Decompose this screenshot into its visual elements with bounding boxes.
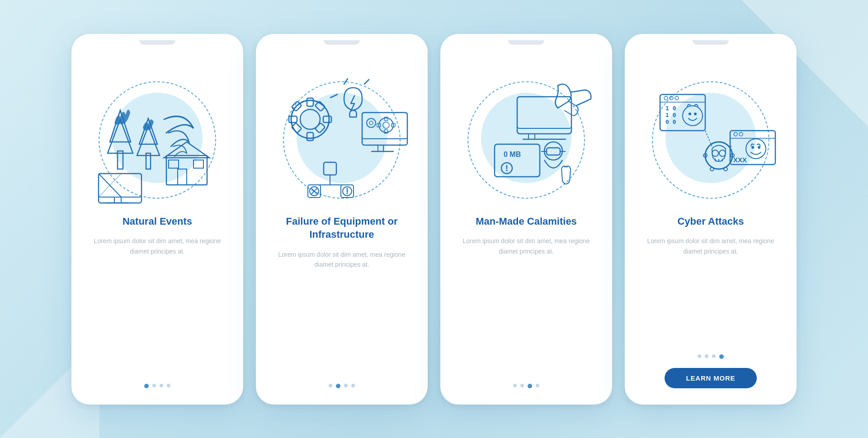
svg-point-75 [694, 113, 697, 115]
natural-events-body: Lorem ipsum dolor sit dim amet, mea regi… [86, 236, 229, 372]
svg-rect-28 [362, 113, 407, 139]
svg-point-68 [670, 96, 673, 100]
phone-notch-4 [693, 40, 729, 45]
svg-rect-53 [528, 134, 535, 139]
svg-point-74 [689, 113, 691, 115]
dot-3 [160, 384, 163, 387]
failure-equipment-body: Lorem ipsum dolor sit dim amet, mea regi… [270, 250, 413, 373]
svg-point-38 [369, 121, 373, 125]
man-made-svg: 0 MB [449, 58, 603, 207]
dot-4 [167, 384, 170, 387]
svg-point-67 [664, 96, 668, 100]
illustration-failure-equipment [256, 54, 428, 207]
illustration-natural-events [71, 54, 243, 207]
cyber-attacks-dots [698, 354, 724, 359]
svg-point-49 [347, 193, 348, 194]
dot-4 [536, 384, 539, 387]
svg-rect-20 [307, 132, 313, 141]
dot-3 [528, 384, 532, 388]
svg-point-88 [734, 132, 737, 136]
dot-2 [705, 354, 708, 358]
dot-4 [351, 384, 355, 387]
svg-rect-61 [547, 148, 560, 155]
svg-rect-11 [99, 174, 142, 203]
svg-rect-55 [495, 144, 540, 177]
svg-point-90 [746, 139, 766, 159]
svg-text:0  0: 0 0 [665, 118, 676, 125]
svg-point-69 [675, 96, 679, 100]
svg-point-77 [712, 150, 718, 156]
svg-point-91 [751, 146, 754, 149]
failure-equipment-svg [265, 58, 419, 207]
natural-events-title: Natural Events [123, 215, 192, 228]
svg-point-32 [383, 122, 389, 128]
svg-rect-9 [169, 160, 179, 168]
man-made-title: Man-Made Calamities [476, 215, 577, 228]
svg-point-31 [379, 118, 393, 132]
svg-rect-15 [114, 197, 121, 203]
svg-rect-19 [307, 98, 313, 106]
illustration-cyber-attacks: 1 0 1 0 0 0 [625, 54, 797, 207]
card-cyber-attacks: 1 0 1 0 0 0 [625, 34, 797, 405]
cyber-attacks-svg: 1 0 1 0 0 0 [634, 58, 788, 207]
svg-point-89 [739, 132, 743, 136]
man-made-dots [513, 384, 539, 388]
dot-1 [144, 384, 149, 388]
dot-3 [712, 354, 716, 358]
svg-text:1  0: 1 0 [665, 105, 676, 112]
natural-events-dots [144, 384, 170, 388]
man-made-body: Lorem ipsum dolor sit dim amet, mea regi… [455, 236, 598, 372]
dot-2 [520, 384, 524, 387]
svg-rect-39 [324, 162, 336, 175]
svg-point-37 [367, 118, 376, 127]
failure-equipment-title: Failure of Equipment or Infrastructure [267, 215, 417, 241]
dot-3 [344, 384, 348, 387]
svg-rect-22 [323, 116, 331, 122]
dot-1 [329, 384, 332, 387]
svg-point-76 [705, 142, 732, 169]
svg-marker-5 [139, 118, 157, 144]
card-failure-equipment: Failure of Equipment or Infrastructure L… [256, 34, 428, 405]
svg-text:1  0: 1 0 [665, 112, 676, 118]
dot-2 [152, 384, 156, 387]
svg-rect-52 [517, 97, 571, 128]
natural-events-svg [80, 58, 234, 207]
svg-point-92 [758, 146, 760, 149]
svg-point-78 [719, 150, 726, 156]
cyber-attacks-title: Cyber Attacks [677, 215, 744, 228]
svg-text:0 MB: 0 MB [504, 151, 521, 158]
svg-point-59 [506, 170, 508, 171]
phone-notch-1 [139, 40, 175, 45]
dot-2 [336, 384, 340, 388]
svg-rect-21 [289, 116, 297, 122]
svg-rect-29 [378, 145, 383, 151]
cards-container: Natural Events Lorem ipsum dolor sit dim… [53, 16, 815, 423]
phone-notch-2 [324, 40, 360, 45]
card-natural-events: Natural Events Lorem ipsum dolor sit dim… [71, 34, 243, 405]
cyber-attacks-body: Lorem ipsum dolor sit dim amet, mea regi… [639, 236, 782, 343]
illustration-man-made: 0 MB [440, 54, 612, 207]
learn-more-button[interactable]: LEARN MORE [665, 368, 757, 388]
dot-1 [698, 354, 701, 358]
svg-rect-10 [193, 160, 203, 168]
dot-4 [719, 354, 724, 359]
failure-equipment-dots [329, 384, 355, 388]
svg-point-73 [683, 106, 703, 126]
dot-1 [513, 384, 517, 387]
svg-text:XXX: XXX [733, 156, 747, 164]
card-man-made: 0 MB Man-M [440, 34, 612, 405]
svg-rect-8 [178, 169, 187, 185]
svg-rect-26 [315, 122, 326, 133]
svg-rect-12 [99, 174, 142, 197]
phone-notch-3 [508, 40, 544, 45]
